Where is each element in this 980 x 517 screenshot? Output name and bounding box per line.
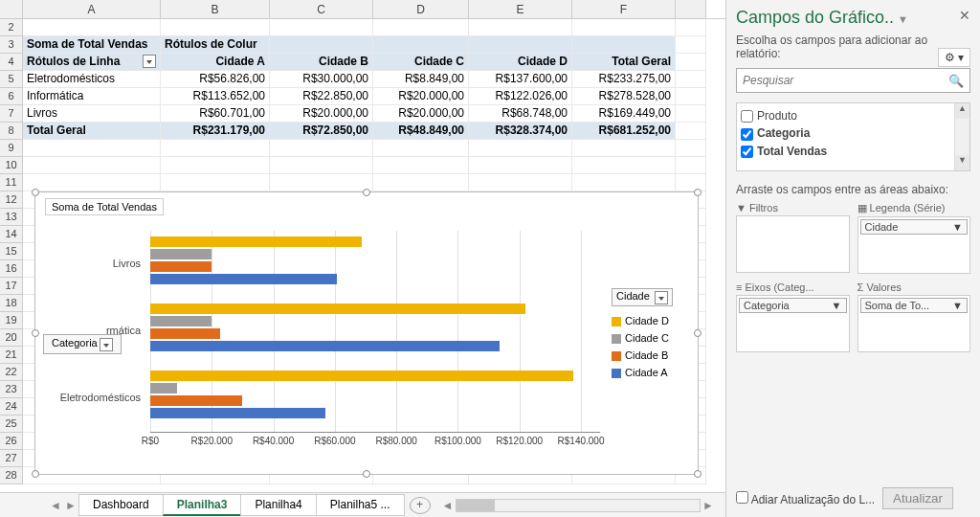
cell[interactable]	[373, 36, 469, 54]
cell[interactable]	[676, 140, 706, 157]
chart-legend-field-button[interactable]: Cidade	[612, 288, 673, 306]
cell[interactable]	[373, 174, 469, 191]
cell[interactable]	[161, 174, 270, 191]
cell[interactable]	[676, 36, 706, 54]
cell[interactable]	[572, 140, 676, 157]
cell[interactable]	[270, 140, 373, 157]
bar-Cidade-D[interactable]	[150, 303, 525, 314]
col-header-A[interactable]: A	[23, 0, 161, 18]
bar-Cidade-B[interactable]	[150, 328, 220, 339]
horizontal-scrollbar[interactable]: ◄ ►	[440, 499, 717, 512]
cell[interactable]	[23, 140, 161, 157]
cell[interactable]	[676, 157, 706, 174]
cell[interactable]: Livros	[23, 105, 161, 123]
cell[interactable]	[572, 157, 676, 174]
field-item[interactable]: Categoria	[741, 124, 966, 142]
legend-item[interactable]: Cidade D	[612, 312, 690, 329]
row-header[interactable]: 16	[0, 260, 23, 278]
cell[interactable]: R$56.826,00	[161, 71, 270, 88]
area-axis[interactable]: ≡ Eixos (Categ... Categoria▼	[736, 281, 850, 352]
row-header[interactable]: 24	[0, 398, 23, 416]
cell[interactable]: Cidade B	[270, 54, 373, 71]
row-header[interactable]: 26	[0, 433, 23, 450]
cell[interactable]	[23, 174, 161, 191]
sheet-tab[interactable]: Planilha5 ...	[316, 494, 405, 516]
bar-Cidade-A[interactable]	[150, 274, 337, 284]
col-header-C[interactable]: C	[270, 0, 373, 18]
row-header[interactable]: 22	[0, 364, 23, 381]
bar-Cidade-A[interactable]	[150, 408, 325, 418]
cell[interactable]	[270, 19, 373, 36]
row-header[interactable]: 28	[0, 467, 23, 484]
col-header-F[interactable]: F	[572, 0, 676, 18]
field-checkbox[interactable]	[741, 128, 753, 141]
cell[interactable]	[469, 19, 572, 36]
bar-Cidade-C[interactable]	[150, 249, 212, 259]
col-header-B[interactable]: B	[161, 0, 270, 18]
cell[interactable]: Eletrodomésticos	[23, 71, 161, 88]
cell[interactable]	[676, 88, 706, 105]
cell[interactable]	[270, 174, 373, 191]
cell[interactable]	[676, 105, 706, 123]
tab-nav-next[interactable]: ►	[63, 499, 78, 512]
cell[interactable]	[373, 19, 469, 36]
cell[interactable]: R$22.850,00	[270, 88, 373, 105]
row-header[interactable]: 6	[0, 88, 23, 105]
area-legend[interactable]: ▦ Legenda (Série) Cidade▼	[858, 202, 971, 274]
cell[interactable]	[676, 71, 706, 88]
row-header[interactable]: 23	[0, 381, 23, 398]
chart-title[interactable]: Soma de Total Vendas	[45, 198, 164, 215]
row-header[interactable]: 18	[0, 295, 23, 312]
cell[interactable]	[572, 19, 676, 36]
field-item[interactable]: Total Vendas	[741, 143, 966, 160]
cell[interactable]: R$233.275,00	[572, 71, 676, 88]
row-header[interactable]: 3	[0, 36, 23, 54]
chart-resize-handle[interactable]	[694, 470, 702, 478]
row-header[interactable]: 27	[0, 450, 23, 467]
legend-item[interactable]: Cidade B	[612, 347, 690, 364]
cell[interactable]: R$278.528,00	[572, 88, 676, 105]
row-header[interactable]: 4	[0, 54, 23, 71]
sheet-tab[interactable]: Planilha3	[163, 494, 242, 516]
cell[interactable]: R$169.449,00	[572, 105, 676, 123]
row-header[interactable]: 5	[0, 71, 23, 88]
col-header-G[interactable]	[676, 0, 706, 18]
row-header[interactable]: 2	[0, 19, 23, 36]
row-header[interactable]: 19	[0, 312, 23, 329]
chart-legend[interactable]: Cidade Cidade DCidade CCidade BCidade A	[612, 288, 690, 381]
search-input[interactable]	[743, 74, 948, 87]
defer-update-checkbox[interactable]: Adiar Atualização do L...	[736, 491, 875, 506]
area-field-tag[interactable]: Categoria▼	[739, 298, 847, 313]
cell[interactable]	[373, 140, 469, 157]
cell[interactable]	[676, 19, 706, 36]
row-header[interactable]: 10	[0, 157, 23, 174]
cell[interactable]	[676, 123, 706, 140]
bar-Cidade-C[interactable]	[150, 383, 177, 393]
bar-Cidade-D[interactable]	[150, 236, 362, 247]
field-checkbox[interactable]	[741, 146, 753, 158]
cell[interactable]: Total Geral	[572, 54, 676, 71]
area-field-tag[interactable]: Soma de To...▼	[860, 298, 969, 313]
cell[interactable]: R$113.652,00	[161, 88, 270, 105]
chart-resize-handle[interactable]	[694, 189, 702, 196]
tab-nav-prev[interactable]: ◄	[48, 499, 63, 512]
cell[interactable]	[676, 54, 706, 71]
bar-Cidade-C[interactable]	[150, 316, 212, 326]
cell[interactable]: R$8.849,00	[373, 71, 469, 88]
cell[interactable]: Cidade A	[161, 54, 270, 71]
bar-Cidade-A[interactable]	[150, 341, 500, 351]
row-header[interactable]: 21	[0, 347, 23, 364]
cell[interactable]: Rótulos de Colur	[161, 36, 270, 54]
cell[interactable]: R$60.701,00	[161, 105, 270, 123]
cell[interactable]	[270, 36, 373, 54]
cell[interactable]	[469, 140, 572, 157]
cell[interactable]	[469, 157, 572, 174]
cell[interactable]	[23, 19, 161, 36]
cell[interactable]	[23, 157, 161, 174]
cell[interactable]: Rótulos de Linha	[23, 54, 161, 71]
area-filters[interactable]: ▼ Filtros	[736, 202, 850, 274]
col-header-E[interactable]: E	[469, 0, 572, 18]
cell[interactable]: R$72.850,00	[270, 123, 373, 140]
add-sheet-button[interactable]: +	[410, 497, 431, 514]
cell[interactable]: Cidade D	[469, 54, 572, 71]
